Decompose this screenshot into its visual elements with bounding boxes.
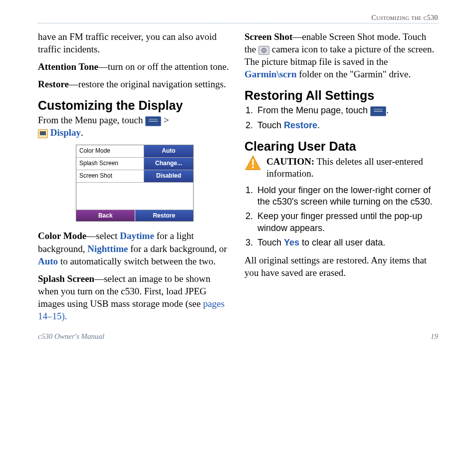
ds-value-button[interactable]: Disabled (144, 170, 193, 182)
clear-steps-list: Hold your finger on the lower-right corn… (244, 185, 438, 249)
color-mode-label: Color Mode (38, 231, 86, 241)
daytime-link[interactable]: Daytime (120, 231, 154, 241)
svg-point-2 (252, 167, 254, 169)
splash-screen-label: Splash Screen (38, 273, 94, 284)
device-screenshot: Color Mode Auto Splash Screen Change... … (76, 145, 194, 222)
restore-s1b: . (386, 105, 389, 115)
restore-label: Restore (38, 79, 69, 89)
screen-shot-paragraph: Screen Shot—enable Screen Shot mode. Tou… (244, 30, 438, 80)
restore-paragraph: Restore—restore the original navigation … (38, 78, 232, 90)
ds-value-button[interactable]: Change... (144, 158, 193, 170)
ds-value-button[interactable]: Auto (144, 145, 193, 157)
restore-step-1: From the Menu page, touch . (255, 105, 438, 116)
color-mode-paragraph: Color Mode—select Daytime for a light ba… (38, 230, 232, 267)
right-column: Screen Shot—enable Screen Shot mode. Tou… (244, 30, 438, 327)
intro-paragraph: have an FM traffic receiver, you can als… (38, 30, 232, 55)
attention-tone-paragraph: Attention Tone—turn on or off the attent… (38, 60, 232, 73)
page-footer: c530 Owner's Manual 19 (38, 332, 438, 341)
ds-label: Color Mode (76, 145, 144, 157)
custom-intro-b: > (161, 115, 169, 125)
caution-callout: CAUTION: This deletes all user-entered i… (244, 155, 438, 180)
custom-intro-c: . (81, 127, 83, 138)
heading-customizing-display: Customizing the Display (38, 98, 232, 113)
color-a: —select (86, 231, 120, 241)
ds-row-splash-screen: Splash Screen Change... (76, 158, 193, 170)
color-d: to automatically switch between the two. (58, 256, 216, 266)
clear-after-paragraph: All original settings are restored. Any … (244, 254, 438, 279)
wrench-icon (370, 106, 386, 116)
left-column: have an FM traffic receiver, you can als… (38, 30, 232, 327)
footer-page-number: 19 (431, 332, 438, 341)
garmin-path: Garmin\scrn (244, 69, 297, 79)
ss-b: camera icon to take a picture of the scr… (244, 44, 434, 67)
caution-text-block: CAUTION: This deletes all user-entered i… (266, 155, 438, 180)
nighttime-link[interactable]: Nighttime (87, 243, 128, 254)
customizing-intro: From the Menu page, touch > Display. (38, 114, 232, 139)
screen-shot-label: Screen Shot (244, 31, 292, 42)
clear-step-3: Touch Yes to clear all user data. (255, 237, 438, 248)
splash-screen-paragraph: Splash Screen—select an image to be show… (38, 272, 232, 322)
restore-s1a: From the Menu page, touch (257, 105, 370, 115)
restore-step-2: Touch Restore. (255, 120, 438, 131)
ds-footer: Back Restore (76, 210, 193, 221)
ds-back-button[interactable]: Back (76, 210, 135, 221)
auto-link[interactable]: Auto (38, 256, 58, 266)
display-link[interactable]: Display (50, 127, 81, 138)
clear-s3b: to clear all user data. (299, 238, 385, 247)
clear-s3a: Touch (257, 238, 284, 247)
page-header: Customizing the c530 (38, 14, 438, 23)
restore-s2a: Touch (257, 120, 284, 130)
color-c: for a dark background, or (128, 243, 227, 254)
ds-restore-button[interactable]: Restore (135, 210, 194, 221)
yes-link[interactable]: Yes (284, 238, 299, 247)
custom-intro-a: From the Menu page, touch (38, 115, 145, 125)
caution-label: CAUTION: (266, 156, 314, 167)
ds-row-color-mode: Color Mode Auto (76, 145, 193, 158)
restore-text: —restore the original navigation setting… (69, 79, 226, 89)
ds-label: Splash Screen (76, 158, 144, 170)
camera-icon (258, 46, 269, 55)
ds-spacer (76, 183, 193, 210)
heading-clearing-user-data: Clearing User Data (244, 139, 438, 154)
ss-c: folder on the "Garmin" drive. (297, 69, 411, 79)
heading-restoring-all: Restoring All Settings (244, 88, 438, 103)
content-columns: have an FM traffic receiver, you can als… (38, 30, 438, 327)
clear-step-1: Hold your finger on the lower-right corn… (255, 185, 438, 208)
restore-s2b: . (317, 120, 320, 130)
footer-manual-title: c530 Owner's Manual (38, 332, 104, 341)
clear-step-2: Keep your finger pressed until the pop-u… (255, 211, 438, 234)
attention-tone-label: Attention Tone (38, 61, 98, 72)
display-icon (38, 129, 48, 138)
attention-tone-text: —turn on or off the attention tone. (98, 61, 229, 72)
ds-label: Screen Shot (76, 170, 144, 182)
caution-icon (244, 155, 261, 172)
wrench-icon (145, 116, 161, 126)
restore-steps-list: From the Menu page, touch . Touch Restor… (244, 105, 438, 131)
restore-link[interactable]: Restore (284, 120, 317, 130)
ds-row-screen-shot: Screen Shot Disabled (76, 170, 193, 183)
